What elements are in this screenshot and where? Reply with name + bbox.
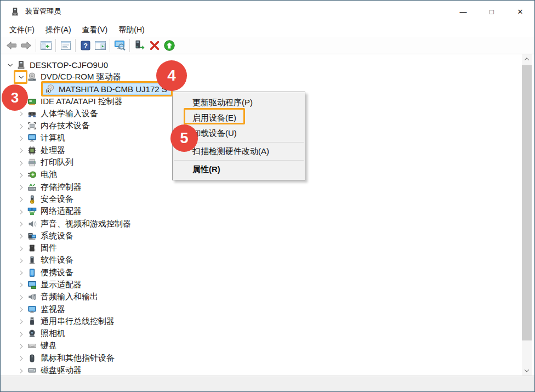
toolbar-separator (55, 39, 56, 52)
action-pane-icon[interactable] (93, 38, 107, 53)
tree-item-label[interactable]: 通用串行总线控制器 (38, 316, 115, 327)
chevron-collapsed-icon[interactable] (16, 145, 26, 155)
update-driver-icon[interactable] (132, 38, 147, 53)
tree-item[interactable]: 软件设备 (1, 254, 534, 266)
menu-view[interactable]: 查看(V) (77, 24, 113, 37)
chevron-collapsed-icon[interactable] (16, 231, 26, 241)
tree-item[interactable]: 显示适配器 (1, 279, 534, 291)
tree-item[interactable]: 便携设备 (1, 266, 534, 279)
tree-item[interactable]: 声音、视频和游戏控制器 (1, 218, 534, 230)
chevron-collapsed-icon[interactable] (16, 243, 26, 253)
tree-item-label[interactable]: 电池 (38, 169, 57, 180)
tree-item-label[interactable]: 便携设备 (38, 268, 73, 278)
chevron-collapsed-icon[interactable] (16, 194, 26, 204)
chevron-expanded-icon[interactable] (5, 60, 15, 70)
tree-item-label[interactable]: 声音、视频和游戏控制器 (38, 219, 131, 229)
chevron-collapsed-icon[interactable] (16, 96, 26, 106)
chevron-collapsed-icon[interactable] (16, 268, 26, 277)
tree-item-label[interactable]: 处理器 (38, 145, 65, 156)
tree-item-label[interactable]: 打印队列 (38, 157, 73, 168)
back-icon[interactable] (4, 38, 19, 53)
tree-item[interactable]: 照相机 (1, 328, 534, 340)
vertical-scrollbar[interactable] (522, 54, 532, 376)
menu-enable-device[interactable]: 启用设备(E) (173, 110, 305, 126)
maximize-button[interactable]: □ (477, 1, 506, 22)
scan-hardware-changes-icon[interactable] (112, 38, 127, 53)
chevron-collapsed-icon[interactable] (16, 304, 26, 314)
chevron-collapsed-icon[interactable] (16, 366, 26, 376)
tree-item[interactable]: DVD/CD-ROM 驱动器 (1, 71, 534, 83)
scrollbar-thumb[interactable] (522, 65, 532, 340)
chevron-collapsed-icon[interactable] (16, 219, 26, 229)
chevron-collapsed-icon[interactable] (16, 329, 26, 339)
tree-item[interactable]: 系统设备 (1, 230, 534, 242)
tree-item-label[interactable]: 磁盘驱动器 (38, 365, 82, 376)
chevron-collapsed-icon[interactable] (16, 158, 26, 168)
close-button[interactable]: ✕ (506, 1, 534, 22)
tree-item[interactable]: 磁盘驱动器 (1, 364, 534, 376)
tree-item[interactable]: 键盘 (1, 340, 534, 352)
tree-item[interactable]: 监视器 (1, 303, 534, 315)
tree-item-label[interactable]: IDE ATA/ATAPI 控制器 (38, 96, 123, 107)
scroll-down-button[interactable] (522, 366, 532, 376)
tree-item[interactable]: 存储控制器 (1, 181, 534, 193)
tree-item-label[interactable]: 人体学输入设备 (38, 109, 98, 119)
chevron-collapsed-icon[interactable] (16, 207, 26, 217)
menu-help[interactable]: 帮助(H) (113, 24, 150, 37)
print-queue-icon (26, 158, 38, 167)
help-icon[interactable]: ? (78, 38, 93, 53)
tree-item-label[interactable]: 固件 (38, 243, 57, 253)
tree-item[interactable]: DESKTOP-CJFO9U0 (1, 59, 534, 71)
tree-item-label[interactable]: 内存技术设备 (38, 121, 90, 131)
toolbar-separator (36, 39, 36, 52)
properties-icon[interactable] (58, 38, 73, 53)
tree-item-label[interactable]: 鼠标和其他指针设备 (38, 353, 115, 363)
chevron-collapsed-icon[interactable] (16, 341, 26, 351)
tree-item[interactable]: 音频输入和输出 (1, 291, 534, 303)
scroll-up-button[interactable] (522, 54, 532, 64)
tree-item-label[interactable]: 显示适配器 (38, 280, 82, 290)
tree-item-label[interactable]: DESKTOP-CJFO9U0 (27, 60, 108, 70)
tree-item-label[interactable]: 安全设备 (38, 194, 73, 204)
chevron-collapsed-icon[interactable] (16, 353, 26, 363)
chevron-collapsed-icon[interactable] (16, 280, 26, 289)
chevron-collapsed-icon[interactable] (16, 121, 26, 131)
menu-scan-hardware-changes[interactable]: 扫描检测硬件改动(A) (173, 144, 305, 159)
uninstall-device-icon[interactable] (147, 38, 162, 53)
device-manager-app-icon (10, 7, 20, 16)
tree-item-label[interactable]: DVD/CD-ROM 驱动器 (38, 72, 121, 82)
tree-item-label[interactable]: 系统设备 (38, 231, 73, 241)
chevron-collapsed-icon[interactable] (16, 170, 26, 180)
tree-item-label[interactable]: 软件设备 (38, 255, 73, 265)
tree-item-label[interactable]: 监视器 (38, 304, 65, 315)
chevron-expanded-icon[interactable] (16, 72, 26, 82)
menu-action[interactable]: 操作(A) (40, 24, 77, 37)
tree-item[interactable]: 通用串行总线控制器 (1, 315, 534, 327)
tree-item[interactable]: 固件 (1, 242, 534, 254)
tree-item-label[interactable]: 音频输入和输出 (38, 292, 98, 302)
forward-icon[interactable] (19, 38, 33, 53)
tree-item-label[interactable]: 键盘 (38, 340, 57, 351)
menu-uninstall-device[interactable]: 卸载设备(U) (173, 126, 305, 141)
tree-item-label[interactable]: 网络适配器 (38, 206, 82, 217)
chevron-collapsed-icon[interactable] (16, 292, 26, 302)
show-console-tree-icon[interactable] (38, 38, 53, 53)
enable-device-icon[interactable] (162, 38, 177, 53)
tree-item[interactable]: 安全设备 (1, 193, 534, 205)
tree-item-label[interactable]: 计算机 (38, 133, 65, 143)
menu-file[interactable]: 文件(F) (4, 24, 40, 37)
tree-item-label[interactable]: 存储控制器 (38, 182, 82, 192)
chevron-collapsed-icon[interactable] (16, 316, 26, 326)
tree-item[interactable]: 鼠标和其他指针设备 (1, 352, 534, 364)
chevron-collapsed-icon[interactable] (16, 255, 26, 265)
tree-item-label[interactable]: MATSHITA BD-CMB UJ172 S (56, 84, 167, 94)
mouse-icon (26, 354, 38, 363)
chevron-collapsed-icon[interactable] (16, 133, 26, 143)
tree-item[interactable]: 网络适配器 (1, 206, 534, 218)
menu-properties[interactable]: 属性(R) (173, 162, 305, 177)
tree-item-label[interactable]: 照相机 (38, 328, 65, 339)
minimize-button[interactable]: — (449, 1, 477, 22)
chevron-collapsed-icon[interactable] (16, 109, 26, 118)
chevron-collapsed-icon[interactable] (16, 182, 26, 192)
menu-update-driver[interactable]: 更新驱动程序(P) (173, 95, 305, 110)
